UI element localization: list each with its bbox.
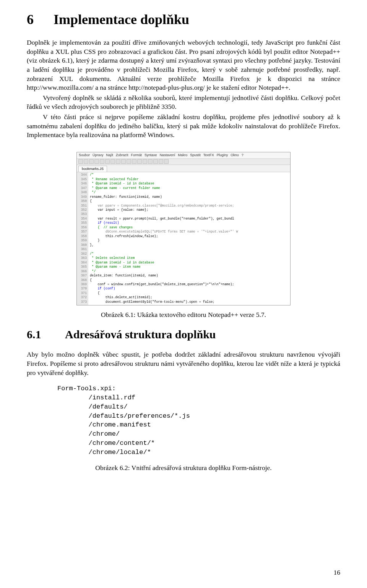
chapter-number: 6 bbox=[27, 11, 54, 27]
menu-item: Makro bbox=[178, 153, 187, 158]
toolbar-icon bbox=[132, 159, 136, 164]
menu-item: Formát bbox=[131, 153, 142, 158]
code-body: /* * Rename selected folder * @param ite… bbox=[88, 172, 290, 305]
toolbar-icon bbox=[121, 159, 126, 164]
editor-tab-bar: bookmarks.JS bbox=[77, 165, 290, 172]
menu-item: Soubor bbox=[79, 153, 90, 158]
page-number: 16 bbox=[334, 569, 341, 577]
toolbar-icon bbox=[110, 159, 115, 164]
chapter-heading: 6 Implementace doplňku bbox=[27, 11, 340, 27]
chapter-title: Implementace doplňku bbox=[54, 11, 189, 27]
notepad-screenshot: SouborÚpravyNajítZobrazitFormátSyntaxeNa… bbox=[76, 152, 291, 305]
menu-item: TextFX bbox=[203, 153, 214, 158]
paragraph-4: Aby bylo možno doplněk vůbec spustit, je… bbox=[27, 350, 340, 377]
toolbar-icon bbox=[84, 159, 88, 164]
line-number-gutter: 344 345 346 347 348 349 350 351 352 353 … bbox=[77, 172, 88, 305]
editor-menubar: SouborÚpravyNajítZobrazitFormátSyntaxeNa… bbox=[77, 152, 290, 159]
toolbar-icon bbox=[116, 159, 120, 164]
toolbar-icon bbox=[159, 159, 163, 164]
section-title: Adresářová struktura doplňku bbox=[65, 328, 216, 341]
menu-item: Zobrazit bbox=[116, 153, 128, 158]
menu-item: Nastavení bbox=[160, 153, 175, 158]
toolbar-icon bbox=[153, 159, 158, 164]
figure-caption-1: Obrázek 6.1: Ukázka textového editoru No… bbox=[27, 311, 340, 319]
paragraph-2: Vytvořený doplněk se skládá z několika s… bbox=[27, 94, 340, 111]
menu-item: ? bbox=[242, 153, 244, 158]
menu-item: Najít bbox=[106, 153, 114, 158]
menu-item: Okno bbox=[231, 153, 239, 158]
editor-toolbar bbox=[77, 159, 290, 165]
menu-item: Pluginy bbox=[217, 153, 228, 158]
toolbar-icon bbox=[127, 159, 131, 164]
toolbar-icon bbox=[100, 159, 104, 164]
paragraph-3: V této části práce si nejprve popíšeme z… bbox=[27, 113, 340, 140]
editor-tab: bookmarks.JS bbox=[78, 166, 107, 172]
toolbar-icon bbox=[89, 159, 94, 164]
toolbar-icon bbox=[137, 159, 142, 164]
directory-listing: Form-Tools.xpi: /install.rdf /defaults/ … bbox=[57, 384, 340, 457]
editor-code-area: 344 345 346 347 348 349 350 351 352 353 … bbox=[77, 172, 290, 305]
menu-item: Spustit bbox=[190, 153, 201, 158]
paragraph-1: Doplněk je implementován za použití dřív… bbox=[27, 38, 340, 92]
figure-caption-2: Obrázek 6.2: Vnitřní adresářová struktur… bbox=[27, 464, 340, 472]
section-number: 6.1 bbox=[27, 328, 65, 341]
section-heading: 6.1 Adresářová struktura doplňku bbox=[27, 328, 340, 341]
toolbar-icon bbox=[143, 159, 147, 164]
toolbar-icon bbox=[78, 159, 83, 164]
toolbar-icon bbox=[164, 159, 169, 164]
toolbar-icon bbox=[94, 159, 99, 164]
menu-item: Syntaxe bbox=[145, 153, 157, 158]
toolbar-icon bbox=[148, 159, 153, 164]
toolbar-icon bbox=[105, 159, 110, 164]
menu-item: Úpravy bbox=[93, 153, 104, 158]
